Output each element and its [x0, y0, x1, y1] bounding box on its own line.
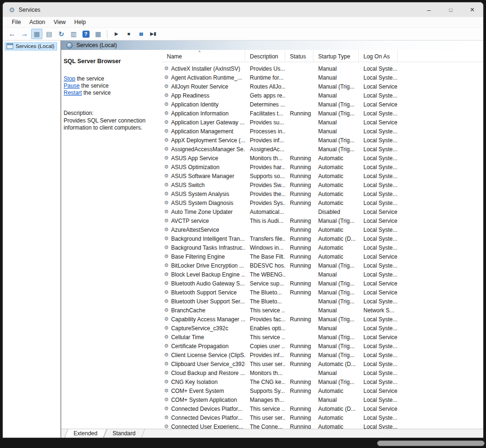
service-row[interactable]: ⚙Application ManagementProcesses in...Ma…: [162, 127, 483, 136]
service-row[interactable]: ⚙Background Intelligent Tran...Transfers…: [162, 234, 483, 243]
service-row[interactable]: ⚙Client License Service (ClipS...Provide…: [162, 350, 483, 359]
cell-log-on-as: Local Service: [359, 280, 398, 287]
service-row[interactable]: ⚙ASUS SwitchProvides Sw...RunningAutomat…: [162, 180, 483, 189]
cell-description: Provides Sw...: [245, 182, 285, 188]
service-row[interactable]: ⚙Certificate PropagationCopies user ...R…: [162, 342, 483, 350]
description-text: Provides SQL Server connection informati…: [64, 117, 149, 131]
service-row[interactable]: ⚙Connected User Experienc...The Conne...…: [162, 422, 483, 429]
show-console-tree-button[interactable]: ▦: [31, 29, 42, 39]
cell-log-on-as: Local Syste...: [359, 244, 398, 251]
gear-icon: ⚙: [164, 147, 169, 152]
service-row[interactable]: ⚙Application InformationFacilitates t...…: [162, 109, 483, 118]
service-row[interactable]: ⚙AVCTP serviceThis is Audi...RunningManu…: [162, 216, 483, 225]
start-service-button[interactable]: ▶: [111, 29, 122, 39]
cell-description: This service ...: [245, 307, 285, 314]
restart-service-button[interactable]: ▶▮: [148, 29, 159, 39]
service-row[interactable]: ⚙Cloud Backup and Restore ...Monitors th…: [162, 368, 483, 377]
service-row[interactable]: ⚙Capability Access Manager ...Provides f…: [162, 315, 483, 324]
cell-name: ⚙AppX Deployment Service (...: [162, 137, 245, 144]
service-row[interactable]: ⚙Cellular TimeThis service ...Manual (Tr…: [162, 333, 483, 342]
service-row[interactable]: ⚙COM+ System ApplicationManages th...Man…: [162, 395, 483, 404]
service-row[interactable]: ⚙App ReadinessGets apps re...ManualLocal…: [162, 91, 483, 100]
stop-service-button[interactable]: ■: [123, 29, 134, 39]
menu-file[interactable]: File: [8, 19, 25, 25]
service-row[interactable]: ⚙Application Layer Gateway ...Provides s…: [162, 118, 483, 127]
service-name-text: ASUS Software Manager: [171, 173, 234, 179]
cell-name: ⚙ASUS Switch: [162, 182, 245, 188]
minimize-button[interactable]: –: [418, 2, 440, 17]
service-name-text: ActiveX Installer (AxInstSV): [171, 65, 240, 72]
cell-name: ⚙COM+ System Application: [162, 397, 245, 403]
export-list-button[interactable]: ▥: [68, 29, 79, 39]
service-row[interactable]: ⚙Bluetooth User Support Ser...The Blueto…: [162, 297, 483, 306]
service-row[interactable]: ⚙ASUS App ServiceMonitors th...RunningAu…: [162, 154, 483, 163]
service-row[interactable]: ⚙Bluetooth Audio Gateway S...Service sup…: [162, 279, 483, 288]
service-name-text: Bluetooth User Support Ser...: [171, 298, 245, 305]
service-row[interactable]: ⚙Application IdentityDetermines ...Manua…: [162, 100, 483, 109]
cell-status: Running: [285, 352, 313, 358]
horizontal-scrollbar[interactable]: [377, 440, 485, 446]
pause-service-button[interactable]: ▮▮: [135, 29, 147, 39]
cell-startup-type: Manual (Trig...: [313, 352, 359, 358]
column-header-name[interactable]: ^Name: [162, 50, 245, 62]
forward-button[interactable]: →: [19, 29, 30, 39]
service-row[interactable]: ⚙CaptureService_c392cEnables opti...Manu…: [162, 324, 483, 333]
refresh-button[interactable]: ↻: [56, 29, 67, 39]
pause-service-link[interactable]: Pause: [64, 82, 80, 89]
menu-help[interactable]: Help: [70, 19, 91, 25]
cell-name: ⚙Clipboard User Service_c392c: [162, 361, 245, 367]
column-header-log-on-as[interactable]: Log On As: [359, 50, 398, 62]
maximize-button[interactable]: □: [440, 2, 461, 17]
service-row[interactable]: ⚙Clipboard User Service_c392cThis user s…: [162, 359, 483, 368]
cell-startup-type: Manual (Trig...: [313, 280, 359, 287]
tab-standard[interactable]: Standard: [105, 429, 143, 438]
properties-button[interactable]: ▤: [43, 29, 55, 39]
menu-view[interactable]: View: [49, 19, 70, 25]
service-row[interactable]: ⚙Base Filtering EngineThe Base Filt...Ru…: [162, 252, 483, 261]
service-name-text: CNG Key Isolation: [171, 379, 218, 385]
service-row[interactable]: ⚙BranchCacheThis service ...ManualNetwor…: [162, 306, 483, 315]
service-row[interactable]: ⚙ASUS Software ManagerSupports so...Runn…: [162, 171, 483, 180]
service-row[interactable]: ⚙AllJoyn Router ServiceRoutes AllJo...Ma…: [162, 82, 483, 91]
service-row[interactable]: ⚙Connected Devices Platfor...This servic…: [162, 404, 483, 413]
column-header-description[interactable]: Description: [245, 50, 285, 62]
column-header-status[interactable]: Status: [285, 50, 313, 62]
service-row[interactable]: ⚙CNG Key IsolationThe CNG ke...RunningMa…: [162, 377, 483, 386]
service-row[interactable]: ⚙AssignedAccessManager Se...AssignedAc..…: [162, 145, 483, 154]
service-row[interactable]: ⚙Background Tasks Infrastruc...Windows i…: [162, 243, 483, 252]
menu-action[interactable]: Action: [25, 19, 49, 25]
cell-log-on-as: Local Syste...: [359, 173, 398, 179]
stop-service-link[interactable]: Stop: [64, 75, 75, 82]
close-button[interactable]: ×: [461, 2, 483, 17]
service-row[interactable]: ⚙ASUS System AnalysisProvides the...Runn…: [162, 189, 483, 198]
service-row[interactable]: ⚙Block Level Backup Engine ...The WBENG.…: [162, 270, 483, 279]
cell-startup-type: Manual (Trig...: [313, 343, 359, 350]
service-action: Restart the service: [64, 90, 157, 96]
service-row[interactable]: ⚙Bluetooth Support ServiceThe Blueto...R…: [162, 288, 483, 297]
service-row[interactable]: ⚙Agent Activation Runtime_...Runtime for…: [162, 73, 483, 82]
gear-icon: ⚙: [164, 120, 169, 125]
help-button[interactable]: ?: [80, 29, 91, 39]
restart-service-link[interactable]: Restart: [64, 90, 82, 96]
tree-item-services-local[interactable]: Services (Local): [5, 42, 57, 50]
gear-icon: ⚙: [164, 66, 169, 71]
service-row[interactable]: ⚙ASUS System DiagnosisProvides Sys...Run…: [162, 198, 483, 207]
cell-log-on-as: Local Service: [359, 119, 398, 126]
service-name-text: Base Filtering Engine: [171, 253, 225, 260]
service-name-text: Auto Time Zone Updater: [171, 209, 233, 215]
service-row[interactable]: ⚙Auto Time Zone UpdaterAutomatical...Dis…: [162, 207, 483, 216]
titlebar[interactable]: ⚙ Services – □ ×: [3, 2, 483, 17]
content-area: Services (Local) Services (Local) SQL Se…: [3, 41, 483, 438]
service-row[interactable]: ⚙ASUS OptimizationProvides har...Running…: [162, 163, 483, 171]
service-row[interactable]: ⚙AzureAttestServiceRunningAutomaticLocal…: [162, 225, 483, 234]
column-header-startup-type[interactable]: Startup Type: [313, 50, 359, 62]
service-row[interactable]: ⚙AppX Deployment Service (...Provides in…: [162, 136, 483, 145]
show-action-pane-button[interactable]: ▦: [92, 29, 104, 39]
service-row[interactable]: ⚙ActiveX Installer (AxInstSV)Provides Us…: [162, 64, 483, 73]
service-row[interactable]: ⚙COM+ Event SystemSupports Sy...RunningA…: [162, 386, 483, 395]
back-button[interactable]: ←: [7, 29, 18, 39]
service-row[interactable]: ⚙BitLocker Drive Encryption ...BDESVC ho…: [162, 261, 483, 270]
cell-startup-type: Automatic (D...: [313, 361, 359, 367]
service-row[interactable]: ⚙Connected Devices Platfor...This user s…: [162, 413, 483, 422]
tab-extended[interactable]: Extended: [66, 429, 105, 438]
